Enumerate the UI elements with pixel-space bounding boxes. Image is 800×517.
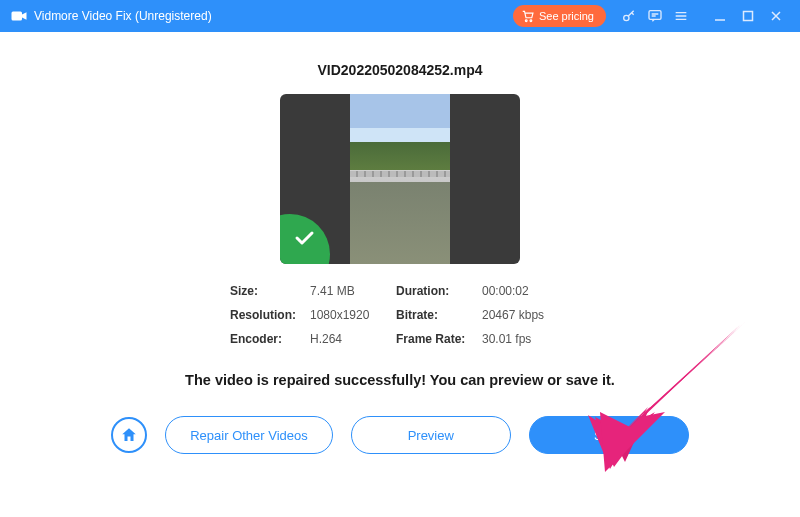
svg-rect-5 bbox=[744, 12, 753, 21]
home-icon bbox=[120, 426, 138, 444]
size-label: Size: bbox=[230, 284, 310, 298]
success-badge bbox=[280, 214, 330, 264]
close-button[interactable] bbox=[762, 2, 790, 30]
minimize-button[interactable] bbox=[706, 2, 734, 30]
main-content: VID20220502084252.mp4 Size: 7.41 MB Dura… bbox=[0, 32, 800, 454]
video-thumbnail[interactable] bbox=[280, 94, 520, 264]
repair-other-label: Repair Other Videos bbox=[190, 428, 308, 443]
framerate-value: 30.01 fps bbox=[482, 332, 568, 346]
home-button[interactable] bbox=[111, 417, 147, 453]
maximize-button[interactable] bbox=[734, 2, 762, 30]
duration-value: 00:00:02 bbox=[482, 284, 568, 298]
repair-other-button[interactable]: Repair Other Videos bbox=[165, 416, 333, 454]
cart-icon bbox=[521, 9, 535, 23]
success-message: The video is repaired successfully! You … bbox=[0, 372, 800, 388]
duration-label: Duration: bbox=[396, 284, 482, 298]
svg-point-3 bbox=[624, 15, 629, 20]
size-value: 7.41 MB bbox=[310, 284, 396, 298]
svg-rect-0 bbox=[12, 12, 23, 21]
preview-label: Preview bbox=[408, 428, 454, 443]
see-pricing-button[interactable]: See pricing bbox=[513, 5, 606, 27]
titlebar: Vidmore Video Fix (Unregistered) See pri… bbox=[0, 0, 800, 32]
filename-label: VID20220502084252.mp4 bbox=[0, 62, 800, 78]
encoder-value: H.264 bbox=[310, 332, 396, 346]
svg-point-2 bbox=[530, 20, 532, 22]
save-label: Save bbox=[594, 428, 624, 443]
svg-rect-4 bbox=[649, 11, 661, 20]
checkmark-icon bbox=[292, 226, 316, 250]
key-icon[interactable] bbox=[616, 3, 642, 29]
app-title: Vidmore Video Fix (Unregistered) bbox=[34, 9, 212, 23]
action-bar: Repair Other Videos Preview Save bbox=[0, 416, 800, 454]
see-pricing-label: See pricing bbox=[539, 10, 594, 22]
save-button[interactable]: Save bbox=[529, 416, 689, 454]
menu-icon[interactable] bbox=[668, 3, 694, 29]
video-frame-preview bbox=[350, 94, 450, 264]
framerate-label: Frame Rate: bbox=[396, 332, 482, 346]
bitrate-label: Bitrate: bbox=[396, 308, 482, 322]
encoder-label: Encoder: bbox=[230, 332, 310, 346]
svg-point-1 bbox=[525, 20, 527, 22]
resolution-value: 1080x1920 bbox=[310, 308, 396, 322]
preview-button[interactable]: Preview bbox=[351, 416, 511, 454]
bitrate-value: 20467 kbps bbox=[482, 308, 568, 322]
app-logo-icon bbox=[10, 7, 28, 25]
video-metadata: Size: 7.41 MB Duration: 00:00:02 Resolut… bbox=[230, 284, 570, 346]
feedback-icon[interactable] bbox=[642, 3, 668, 29]
resolution-label: Resolution: bbox=[230, 308, 310, 322]
window-controls bbox=[706, 2, 790, 30]
